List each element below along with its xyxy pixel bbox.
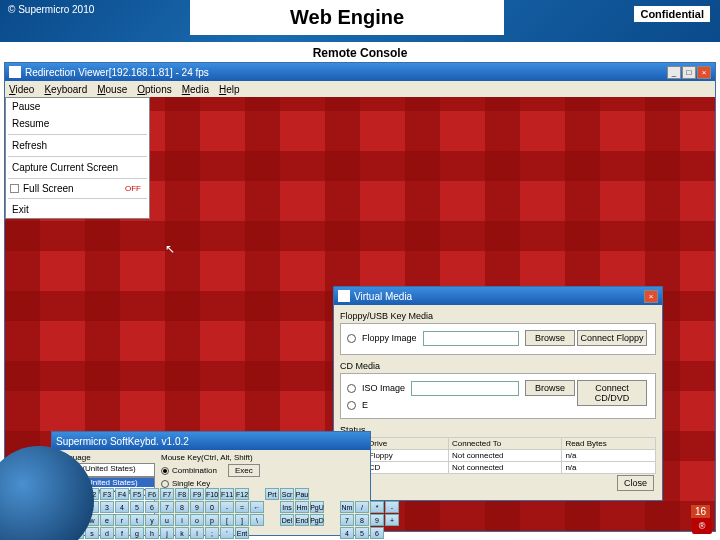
menu-keyboard[interactable]: Keyboard [44,84,87,95]
keyboard-key[interactable]: F8 [175,488,189,500]
kbd-titlebar[interactable]: Supermicro SoftKeybd. v1.0.2 [52,432,370,450]
keyboard-key[interactable]: - [220,501,234,513]
vm-titlebar[interactable]: Virtual Media × [334,287,662,305]
keyboard-key[interactable]: 8 [175,501,189,513]
menu-item-resume[interactable]: Resume [6,115,149,132]
keyboard-key[interactable]: d [100,527,114,539]
keyboard-key[interactable]: p [205,514,219,526]
keyboard-key[interactable]: F7 [160,488,174,500]
keyboard-key[interactable]: End [295,514,309,526]
keyboard-key[interactable]: [ [220,514,234,526]
drive-e-radio[interactable] [347,401,356,410]
keyboard-key[interactable]: F4 [115,488,129,500]
soft-keyboard-window: Supermicro SoftKeybd. v1.0.2 Language En… [51,431,371,536]
exec-button[interactable]: Exec [228,464,260,477]
close-button[interactable]: × [697,66,711,79]
keyboard-key[interactable]: 7 [160,501,174,513]
floppy-browse-button[interactable]: Browse [525,330,575,346]
keyboard-key[interactable]: + [385,514,399,526]
connect-cd-button[interactable]: Connect CD/DVD [577,380,647,406]
vm-close-button[interactable]: Close [617,475,654,491]
menu-options[interactable]: Options [137,84,171,95]
menu-item-capture[interactable]: Capture Current Screen [6,159,149,176]
keyboard-key[interactable]: F12 [235,488,249,500]
keyboard-key[interactable]: / [355,501,369,513]
keyboard-key[interactable]: g [130,527,144,539]
keyboard-key[interactable]: Del [280,514,294,526]
combo-radio[interactable] [161,467,169,475]
keyboard-key[interactable]: - [385,501,399,513]
keyboard-key[interactable]: i [175,514,189,526]
menu-mouse[interactable]: Mouse [97,84,127,95]
keyboard-key[interactable]: f [115,527,129,539]
keyboard-key[interactable]: 9 [190,501,204,513]
keyboard-key[interactable]: 5 [130,501,144,513]
keyboard-key[interactable]: 6 [145,501,159,513]
keyboard-key [325,488,339,500]
keyboard-key[interactable]: j [160,527,174,539]
menu-media[interactable]: Media [182,84,209,95]
menu-help[interactable]: Help [219,84,240,95]
iso-path-input[interactable] [411,381,519,396]
fullscreen-checkbox[interactable] [10,184,19,193]
keyboard-key[interactable]: 8 [355,514,369,526]
keyboard-key[interactable]: \ [250,514,264,526]
keyboard-key[interactable]: F11 [220,488,234,500]
virtual-media-window: Virtual Media × Floppy/USB Key Media Flo… [333,286,663,501]
menu-item-pause[interactable]: Pause [6,98,149,115]
keyboard-key[interactable]: u [160,514,174,526]
keyboard-key[interactable]: 7 [340,514,354,526]
keyboard-key[interactable]: t [130,514,144,526]
keyboard-key[interactable]: ] [235,514,249,526]
keyboard-key[interactable]: Pau [295,488,309,500]
keyboard-key[interactable]: = [235,501,249,513]
keyboard-key[interactable]: PgD [310,514,324,526]
keyboard-key[interactable]: 9 [370,514,384,526]
keyboard-key[interactable]: k [175,527,189,539]
floppy-image-radio[interactable] [347,334,356,343]
keyboard-key[interactable]: 0 [205,501,219,513]
floppy-path-input[interactable] [423,331,519,346]
keyboard-key[interactable]: ← [250,501,264,513]
connect-floppy-button[interactable]: Connect Floppy [577,330,647,346]
iso-browse-button[interactable]: Browse [525,380,575,396]
keyboard-key[interactable]: Ins [280,501,294,513]
keyboard-key[interactable]: 3 [100,501,114,513]
keyboard-key[interactable]: Scr [280,488,294,500]
maximize-button[interactable]: □ [682,66,696,79]
menu-item-refresh[interactable]: Refresh [6,137,149,154]
keyboard-key[interactable]: F10 [205,488,219,500]
keyboard-key[interactable]: Prt [265,488,279,500]
keyboard-key[interactable]: l [190,527,204,539]
keyboard-key[interactable]: h [145,527,159,539]
keyboard-key[interactable]: F5 [130,488,144,500]
minimize-button[interactable]: _ [667,66,681,79]
keyboard-key[interactable]: o [190,514,204,526]
keyboard-key[interactable]: 4 [340,527,354,539]
keyboard-key[interactable]: e [100,514,114,526]
keyboard-key[interactable]: r [115,514,129,526]
menu-item-exit[interactable]: Exit [6,201,149,218]
menu-video[interactable]: Video [9,84,34,95]
keyboard-key[interactable]: 4 [115,501,129,513]
keyboard-key[interactable]: F6 [145,488,159,500]
keyboard-key[interactable]: Nm [340,501,354,513]
keyboard-key[interactable]: F9 [190,488,204,500]
keyboard-key[interactable]: * [370,501,384,513]
titlebar[interactable]: Redirection Viewer[192.168.1.81] - 24 fp… [5,63,715,81]
keyboard-key[interactable]: PgU [310,501,324,513]
keyboard-key[interactable]: 5 [355,527,369,539]
keyboard-key[interactable]: ' [220,527,234,539]
vm-close-icon[interactable]: × [644,290,658,303]
keyboard-key[interactable]: Hm [295,501,309,513]
keyboard-key[interactable]: y [145,514,159,526]
menu-item-fullscreen[interactable]: Full Screen OFF [6,181,149,196]
single-radio[interactable] [161,480,169,488]
iso-image-radio[interactable] [347,384,356,393]
keyboard-key[interactable]: Ent [235,527,249,539]
vm-window-icon [338,290,350,302]
keyboard-key[interactable]: s [85,527,99,539]
keyboard-key[interactable]: ; [205,527,219,539]
keyboard-key[interactable]: 6 [370,527,384,539]
keyboard-key[interactable]: F3 [100,488,114,500]
